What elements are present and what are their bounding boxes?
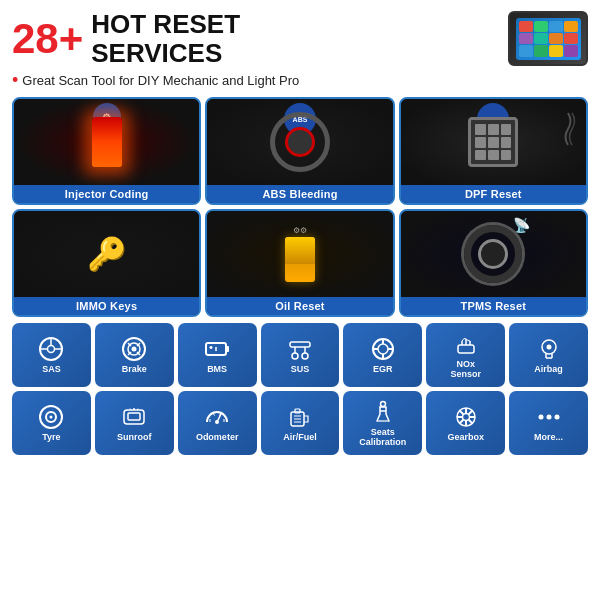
device-image [508,11,588,66]
dpf-visual [468,117,518,167]
nox-icon [453,331,479,357]
icon-card-brake[interactable]: Brake [95,323,174,387]
hot-reset-text: HOT RESET [91,10,240,39]
svg-rect-18 [290,342,310,347]
key-visual: 🔑 [87,235,127,273]
more-icon [536,404,562,430]
subtitle: • Great Scan Tool for DIY Mechanic and L… [12,71,588,89]
nox-label: NOx Sensor [450,360,481,380]
injector-label: Injector Coding [14,185,199,203]
icon-card-seats[interactable]: Seats Calibration [343,391,422,455]
svg-point-59 [462,414,469,421]
odometer-label: Odometer [196,433,239,443]
abs-wheel [270,112,330,172]
icon-card-gearbox[interactable]: Gearbox [426,391,505,455]
service-img-immo: 🔑 [14,211,199,297]
header-text: HOT RESET SERVICES [91,10,240,67]
ec6 [501,137,512,148]
smoke-effect [558,107,578,151]
ec9 [501,150,512,161]
oil-top: ⚙⚙ [293,226,307,235]
service-img-dpf: DPF [401,99,586,185]
oil-label: Oil Reset [207,297,392,315]
svg-point-55 [380,402,385,407]
sus-label: SUS [291,365,310,375]
service-card-oil[interactable]: ⚙⚙ Oil Reset [205,209,394,317]
svg-point-35 [546,345,551,350]
icon-card-egr[interactable]: EGR [343,323,422,387]
service-card-tpms[interactable]: 📡 TPMS Reset [399,209,588,317]
svg-point-45 [215,420,219,424]
dpf-label: DPF Reset [401,185,586,203]
service-card-injector[interactable]: ⚙ Injector Coding [12,97,201,205]
icon-card-airfuel[interactable]: Air/Fuel [261,391,340,455]
tile-8 [564,33,578,44]
svg-point-70 [554,415,559,420]
svg-point-22 [302,353,308,359]
tile-4 [564,21,578,32]
icon-card-more[interactable]: More... [509,391,588,455]
icon-card-tyre[interactable]: Tyre [12,391,91,455]
icon-card-odometer[interactable]: Odometer [178,391,257,455]
exhaust-grid [475,124,511,160]
svg-point-68 [538,415,543,420]
injector-visual [92,117,122,167]
tpms-tire [464,225,522,283]
tile-9 [519,45,533,56]
svg-point-1 [48,346,55,353]
oil-container [285,237,315,282]
icon-card-bms[interactable]: BMS [178,323,257,387]
abs-label: ABS Bleeding [207,185,392,203]
svg-line-65 [468,411,472,415]
tile-2 [534,21,548,32]
icon-card-airbag[interactable]: Airbag [509,323,588,387]
more-label: More... [534,433,563,443]
service-img-tpms: 📡 [401,211,586,297]
oil-level [285,237,315,264]
tile-5 [519,33,533,44]
device-screen [516,18,581,60]
tile-12 [564,45,578,56]
service-card-abs[interactable]: ABS ABS Bleeding [205,97,394,205]
svg-line-67 [468,420,472,424]
airbag-icon [536,336,562,362]
service-card-immo[interactable]: 🔑 IMMO Keys [12,209,201,317]
tyre-label: Tyre [42,433,60,443]
ec2 [488,124,499,135]
icon-card-sunroof[interactable]: Sunroof [95,391,174,455]
icon-card-sus[interactable]: SUS [261,323,340,387]
svg-line-66 [459,420,463,424]
ec7 [475,150,486,161]
brake-icon [121,336,147,362]
sunroof-icon [121,404,147,430]
svg-rect-40 [128,413,140,420]
tpms-label: TPMS Reset [401,297,586,315]
bms-label: BMS [207,365,227,375]
odometer-icon [204,404,230,430]
svg-rect-29 [458,345,474,353]
service-card-dpf[interactable]: DPF [399,97,588,205]
service-img-injector: ⚙ [14,99,199,185]
bullet-point: • [12,71,18,89]
icon-card-sas[interactable]: SAS [12,323,91,387]
svg-point-7 [132,347,137,352]
tile-7 [549,33,563,44]
immo-label: IMMO Keys [14,297,199,315]
signal-icon: 📡 [513,217,530,233]
oil-visual: ⚙⚙ [285,226,315,282]
sas-label: SAS [42,365,61,375]
tile-3 [549,21,563,32]
icon-card-nox[interactable]: NOx Sensor [426,323,505,387]
svg-point-24 [378,344,388,354]
wheel-inner [285,127,315,157]
tile-11 [549,45,563,56]
sunroof-label: Sunroof [117,433,152,443]
ec8 [488,150,499,161]
tile-1 [519,21,533,32]
ec5 [488,137,499,148]
svg-rect-39 [124,410,144,424]
main-service-grid: ⚙ Injector Coding ABS ABS Bleeding DPF [12,97,588,317]
bottom-icon-grid: SAS Brake B [12,323,588,455]
services-text: SERVICES [91,39,240,68]
tire-inner [478,239,508,269]
